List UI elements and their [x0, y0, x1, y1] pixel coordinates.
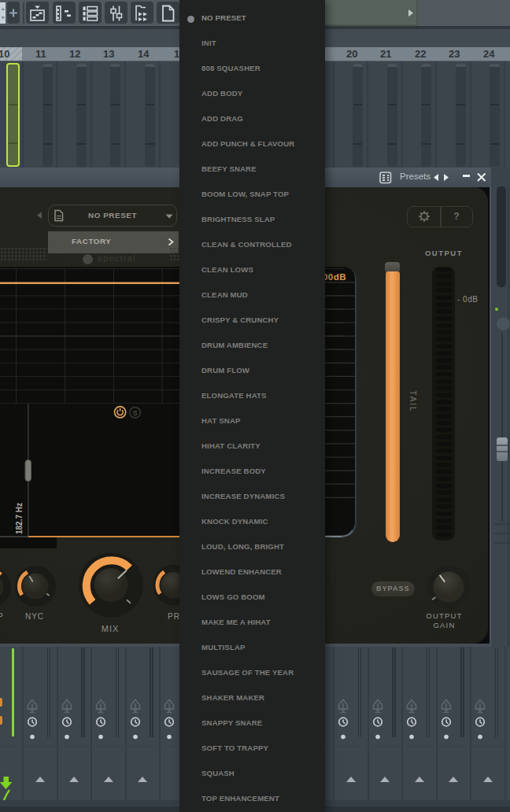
- svg-text:S: S: [133, 409, 138, 417]
